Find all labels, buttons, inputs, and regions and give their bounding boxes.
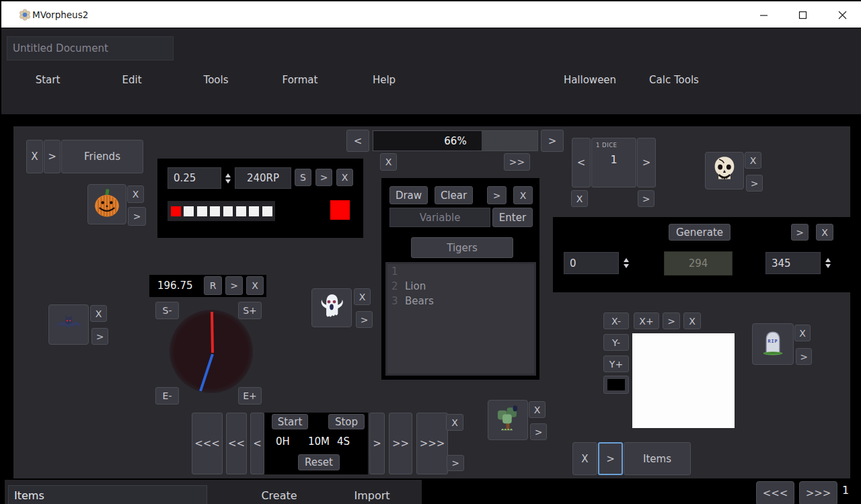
transport-back1-button[interactable]: <: [250, 413, 264, 474]
generate-pop-button[interactable]: >: [791, 224, 809, 241]
dial-close-button[interactable]: X: [246, 276, 264, 295]
menu-edit[interactable]: Edit: [122, 74, 141, 86]
bottom-items-field[interactable]: Items: [8, 485, 207, 504]
progress-square: [236, 206, 246, 216]
tombstone-button[interactable]: RIP: [752, 323, 794, 365]
bat-button[interactable]: [48, 304, 89, 345]
items-close-button[interactable]: X: [572, 442, 597, 475]
page-back-button[interactable]: <<<: [756, 481, 794, 504]
tombstone-close-button[interactable]: X: [794, 325, 811, 341]
pumpkin-close-button[interactable]: X: [127, 185, 144, 203]
title-bar[interactable]: MVorpheus2: [1, 1, 861, 28]
draw-button[interactable]: Draw: [389, 186, 428, 204]
generate-start-input[interactable]: 0: [564, 252, 619, 274]
close-window-button[interactable]: [827, 1, 858, 28]
percent-dec-button[interactable]: <: [346, 130, 369, 152]
menu-calc-tools[interactable]: Calc Tools: [649, 74, 699, 86]
transport-fwd3-button[interactable]: >>>: [416, 413, 448, 474]
variables-list[interactable]: 1 2 Lion 3 Bears: [385, 262, 536, 376]
ghost-button[interactable]: [311, 288, 352, 327]
bottom-create-menu[interactable]: Create: [261, 489, 297, 502]
tombstone-pop-button[interactable]: >: [796, 348, 812, 365]
variables-pop-button[interactable]: >: [487, 186, 507, 204]
tree-close-button[interactable]: X: [529, 401, 546, 418]
dial-e-inc-button[interactable]: E+: [238, 387, 262, 405]
list-title-button[interactable]: Tigers: [411, 237, 513, 258]
svg-text:RIP: RIP: [768, 339, 778, 344]
plot-y-inc-button[interactable]: Y+: [603, 355, 629, 372]
ghost-pop-button[interactable]: >: [356, 311, 373, 328]
transport-back2-button[interactable]: <<: [226, 413, 247, 474]
pumpkin-button[interactable]: [87, 184, 126, 224]
color-swatch-button[interactable]: [603, 376, 629, 394]
transport-fwd1-button[interactable]: >: [369, 413, 385, 474]
pumpkin-pop-button[interactable]: >: [128, 207, 146, 226]
menu-help[interactable]: Help: [373, 74, 396, 86]
menu-halloween[interactable]: Halloween: [564, 74, 616, 86]
menu-start[interactable]: Start: [36, 74, 61, 86]
document-title-input[interactable]: Untitled Document: [7, 36, 174, 60]
enter-button[interactable]: Enter: [492, 208, 533, 227]
rate-unit-field[interactable]: 240RP: [235, 167, 291, 189]
maximize-button[interactable]: [787, 1, 818, 28]
menu-format[interactable]: Format: [283, 74, 318, 86]
dial-r-button[interactable]: R: [204, 276, 222, 295]
page-fwd-button[interactable]: >>>: [799, 481, 837, 504]
plot-close-button[interactable]: X: [683, 312, 701, 329]
plot-pop-button[interactable]: >: [663, 312, 680, 329]
generate-end-spinner[interactable]: [822, 252, 834, 274]
friends-close-button[interactable]: X: [26, 140, 43, 173]
dice-display: 1 DICE 1: [591, 138, 636, 187]
dice-pop-button[interactable]: >: [638, 190, 654, 207]
rate-s-button[interactable]: S: [295, 169, 311, 186]
rate-value-input[interactable]: 0.25: [167, 167, 221, 189]
rate-spinner[interactable]: [222, 167, 234, 189]
bottom-import-menu[interactable]: Import: [354, 489, 389, 502]
drawing-canvas[interactable]: [632, 333, 735, 428]
dice-close-button[interactable]: X: [571, 190, 588, 207]
stop-button[interactable]: Stop: [328, 414, 365, 429]
skull-close-button[interactable]: X: [745, 152, 761, 169]
tree-button[interactable]: [488, 400, 528, 440]
transport-fwd2-button[interactable]: >>: [389, 413, 412, 474]
transport-pop-button[interactable]: >: [447, 455, 464, 471]
friends-pop-button[interactable]: >: [44, 140, 61, 173]
generate-button[interactable]: Generate: [669, 224, 731, 241]
ghost-close-button[interactable]: X: [354, 288, 371, 305]
bat-close-button[interactable]: X: [90, 305, 107, 322]
dial-pop-button[interactable]: >: [225, 276, 243, 295]
friends-button[interactable]: Friends: [61, 140, 143, 173]
percent-inc-button[interactable]: >: [541, 130, 564, 152]
bat-pop-button[interactable]: >: [91, 328, 108, 345]
dice-dec-button[interactable]: <: [572, 138, 591, 187]
minimize-button[interactable]: [748, 1, 779, 28]
menu-tools[interactable]: Tools: [204, 74, 229, 86]
rate-pop-button[interactable]: >: [315, 169, 332, 186]
percent-bar[interactable]: 66%: [373, 130, 538, 151]
start-button[interactable]: Start: [272, 414, 308, 429]
plot-y-dec-button[interactable]: Y-: [603, 334, 629, 351]
generate-start-spinner[interactable]: [620, 252, 632, 274]
percent-close-button[interactable]: X: [380, 153, 397, 171]
generate-end-input[interactable]: 345: [765, 252, 821, 274]
dice-value: 1: [592, 153, 636, 166]
tree-pop-button[interactable]: >: [530, 423, 547, 440]
percent-fwd-button[interactable]: >>: [504, 153, 530, 171]
dial-e-dec-button[interactable]: E-: [155, 387, 179, 405]
plot-x-dec-button[interactable]: X-: [603, 312, 629, 329]
clear-button[interactable]: Clear: [435, 186, 473, 204]
transport-back3-button[interactable]: <<<: [192, 413, 223, 474]
reset-button[interactable]: Reset: [298, 454, 340, 470]
plot-x-inc-button[interactable]: X+: [634, 312, 659, 329]
items-button[interactable]: Items: [624, 442, 691, 475]
skull-button[interactable]: [705, 152, 744, 190]
rate-close-button[interactable]: X: [336, 169, 353, 186]
skull-pop-button[interactable]: >: [746, 175, 763, 192]
variable-input[interactable]: Variable: [389, 208, 490, 227]
generate-close-button[interactable]: X: [816, 224, 833, 241]
items-pop-button[interactable]: >: [598, 442, 623, 475]
spin-down-icon: [825, 264, 831, 268]
variables-close-button[interactable]: X: [513, 186, 533, 204]
dice-inc-button[interactable]: >: [637, 138, 656, 187]
transport-close-button[interactable]: X: [446, 414, 463, 431]
